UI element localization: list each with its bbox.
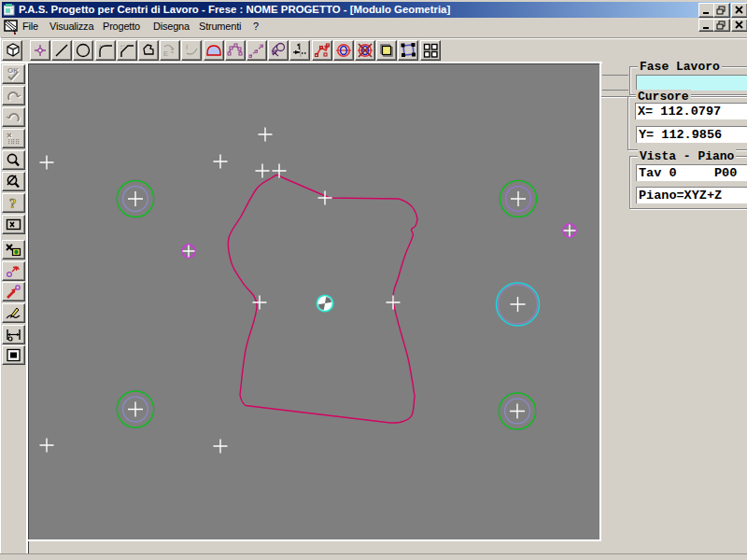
svg-text:I: I [186,43,188,51]
svg-text:?: ? [9,196,17,211]
svg-text:E: E [163,49,168,58]
